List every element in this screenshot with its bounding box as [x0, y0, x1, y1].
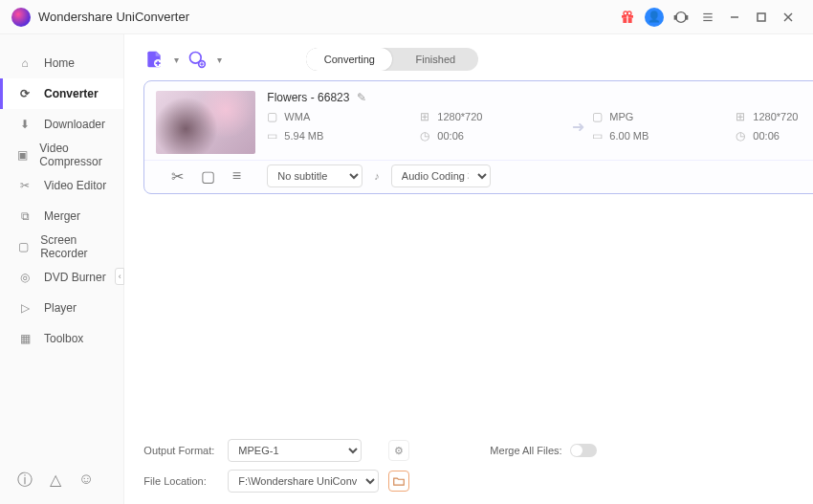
src-size: ▭5.94 MB [267, 129, 420, 142]
audio-icon: ♪ [374, 170, 380, 182]
video-thumbnail[interactable] [156, 91, 255, 154]
tabs: Converting Finished [306, 48, 478, 71]
close-button[interactable] [775, 4, 802, 31]
account-icon[interactable]: 👤 [641, 4, 668, 31]
compressor-icon: ▣ [17, 148, 28, 162]
add-url-button[interactable] [187, 49, 208, 70]
sidebar-item-toolbox[interactable]: ▦Toolbox [0, 323, 123, 354]
menu-icon[interactable] [694, 4, 721, 31]
sidebar-label: Toolbox [44, 332, 83, 345]
dst-format: ▢MPG [592, 110, 736, 123]
subtitle-select[interactable]: No subtitle [267, 164, 363, 187]
sidebar-item-player[interactable]: ▷Player [0, 293, 123, 323]
folder-icon: ▭ [592, 129, 604, 142]
svg-point-5 [676, 11, 687, 22]
maximize-button[interactable] [748, 4, 775, 31]
file-location-select[interactable]: F:\Wondershare UniConverter [228, 470, 379, 493]
merge-toggle[interactable] [570, 444, 597, 457]
video-icon: ▢ [267, 110, 278, 123]
svg-point-4 [627, 11, 631, 15]
src-duration: ◷00:06 [420, 129, 563, 142]
sidebar-item-editor[interactable]: ✂Video Editor [0, 170, 123, 201]
tab-converting[interactable]: Converting [306, 48, 392, 71]
sidebar-label: Screen Recorder [40, 233, 106, 260]
svg-rect-6 [674, 15, 676, 18]
svg-rect-7 [686, 15, 688, 18]
file-location-label: File Location: [143, 475, 220, 487]
scissors-icon: ✂ [17, 179, 33, 192]
audio-track-select[interactable]: Audio Coding 3 [391, 164, 491, 187]
file-card: Flowers - 66823 ✎ ▢WMA ⊞1280*720 ➜ ▢MPG … [143, 80, 813, 194]
sidebar-label: Video Compressor [39, 142, 106, 168]
resolution-icon: ⊞ [420, 110, 431, 123]
download-icon: ⬇ [17, 118, 33, 131]
svg-rect-2 [626, 15, 627, 23]
add-files-button[interactable] [143, 49, 165, 70]
sidebar: ⌂Home ⟳Converter ⬇Downloader ▣Video Comp… [0, 34, 124, 504]
chevron-down-icon[interactable]: ▾ [174, 55, 179, 65]
help-icon[interactable]: ⓘ [17, 471, 33, 491]
sidebar-item-dvd[interactable]: ◎DVD Burner [0, 262, 123, 293]
content: ▾ ▾ Converting Finished ⚡ High Speed Con… [124, 34, 813, 504]
support-icon[interactable] [668, 4, 694, 31]
output-format-label: Output Format: [143, 445, 220, 456]
sidebar-label: DVD Burner [44, 271, 106, 284]
notifications-icon[interactable]: △ [50, 471, 61, 491]
sidebar-label: Downloader [44, 118, 105, 131]
src-format: ▢WMA [267, 110, 420, 123]
gift-icon[interactable] [614, 4, 641, 31]
trim-icon[interactable]: ✂ [171, 167, 184, 186]
sidebar-label: Player [44, 301, 77, 315]
merge-icon: ⧉ [17, 209, 33, 223]
collapse-sidebar-button[interactable]: ‹ [115, 268, 124, 285]
sidebar-item-recorder[interactable]: ▢Screen Recorder [0, 231, 123, 262]
sidebar-label: Home [44, 56, 75, 70]
sidebar-item-home[interactable]: ⌂Home [0, 48, 123, 78]
sidebar-label: Merger [44, 209, 80, 223]
clock-icon: ◷ [420, 129, 431, 142]
clock-icon: ◷ [736, 129, 747, 142]
dst-size: ▭6.00 MB [592, 129, 736, 142]
recorder-icon: ▢ [17, 240, 29, 253]
sidebar-item-converter[interactable]: ⟳Converter [0, 78, 123, 109]
sidebar-item-compressor[interactable]: ▣Video Compressor [0, 140, 123, 170]
feedback-icon[interactable]: ☺ [78, 471, 94, 491]
home-icon: ⌂ [17, 56, 33, 70]
app-logo-icon [11, 8, 31, 27]
open-folder-button[interactable] [388, 471, 409, 492]
output-settings-button[interactable]: ⚙ [388, 440, 409, 461]
sidebar-label: Converter [44, 87, 99, 100]
crop-icon[interactable]: ▢ [201, 167, 215, 186]
converter-icon: ⟳ [17, 87, 33, 100]
file-name: Flowers - 66823 [267, 91, 349, 104]
output-format-select[interactable]: MPEG-1 [228, 439, 362, 462]
effects-icon[interactable]: ≡ [232, 167, 241, 186]
sidebar-item-merger[interactable]: ⧉Merger [0, 201, 123, 231]
rename-icon[interactable]: ✎ [357, 91, 366, 104]
play-icon: ▷ [17, 301, 33, 315]
dst-duration: ◷00:06 [736, 129, 813, 142]
src-resolution: ⊞1280*720 [420, 110, 563, 123]
dst-resolution: ⊞1280*720 [736, 110, 813, 123]
resolution-icon: ⊞ [736, 110, 747, 123]
folder-icon: ▭ [267, 129, 278, 142]
titlebar: Wondershare UniConverter 👤 [0, 0, 813, 34]
sidebar-label: Video Editor [44, 179, 106, 192]
video-icon: ▢ [592, 110, 604, 123]
minimize-button[interactable] [721, 4, 748, 31]
app-title: Wondershare UniConverter [38, 10, 189, 24]
arrow-right-icon: ➜ [563, 118, 592, 136]
chevron-down-icon[interactable]: ▾ [217, 55, 222, 65]
merge-label: Merge All Files: [490, 445, 561, 456]
tab-finished[interactable]: Finished [392, 48, 478, 71]
sidebar-item-downloader[interactable]: ⬇Downloader [0, 109, 123, 140]
toolbox-icon: ▦ [17, 332, 33, 345]
svg-rect-12 [758, 13, 765, 21]
disc-icon: ◎ [17, 271, 33, 284]
